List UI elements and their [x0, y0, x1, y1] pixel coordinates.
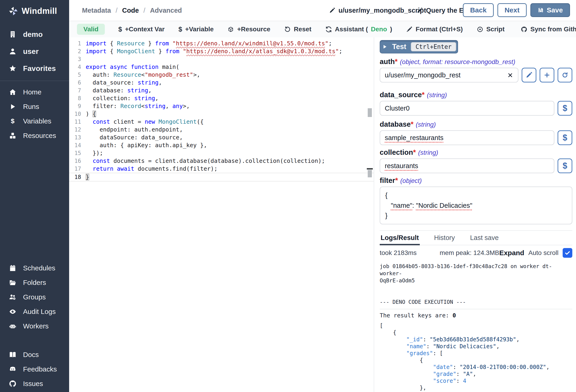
code-line[interactable]: 18}	[69, 173, 374, 181]
code-editor[interactable]: 1import { Resource } from "https://deno.…	[69, 37, 374, 392]
sidebar-item-demo[interactable]: demo	[0, 26, 69, 43]
sidebar-item-feedbacks[interactable]: Feedbacks	[0, 362, 69, 376]
refresh-icon	[561, 72, 568, 79]
sidebar-item-label: Groups	[23, 293, 46, 301]
sidebar-item-workers[interactable]: Workers	[0, 319, 69, 333]
sidebar-item-resources[interactable]: Resources	[0, 128, 69, 143]
auth-field-meta: (object, format: resource-mongodb_rest)	[400, 58, 516, 66]
result-line: "grades": [	[380, 350, 572, 357]
sidebar-item-audit-logs[interactable]: Audit Logs	[0, 304, 69, 319]
windmill-logo[interactable]: Windmill	[0, 0, 69, 16]
add-resource-quick-button[interactable]	[540, 68, 554, 83]
assistant-button[interactable]: Assistant (Deno)	[318, 26, 399, 33]
code-line[interactable]: 6 data_source: string,	[69, 79, 374, 86]
clear-icon[interactable]	[507, 72, 513, 78]
code-line[interactable]: 3	[69, 55, 374, 63]
sidebar-item-docs[interactable]: Docs	[0, 347, 69, 362]
code-line[interactable]: 9 filter: Record<string, any>,	[69, 102, 374, 110]
sync-github-button[interactable]: Sync from Github	[514, 26, 576, 33]
auth-field-row: u/user/my_mongodb_rest	[380, 68, 572, 83]
result-line: "date": "2014-08-21T00:00:00.000Z",	[380, 364, 572, 371]
took-duration: took 2183ms	[380, 249, 417, 256]
refresh-cw-icon	[325, 26, 332, 33]
filter-json-input[interactable]: { "name": "Nordic Delicacies"}	[380, 187, 572, 224]
autoscroll-checkbox[interactable]	[563, 248, 572, 258]
insert-variable-button[interactable]: $	[558, 130, 572, 145]
line-number: 2	[69, 47, 81, 55]
mem-peak: mem peak: 124.3MB	[440, 249, 499, 256]
code-line[interactable]: 15 });	[69, 149, 374, 157]
back-button[interactable]: Back	[463, 3, 494, 17]
format-pen-icon	[406, 26, 413, 33]
line-number: 3	[69, 55, 81, 63]
breadcrumb-metadata[interactable]: Metadata	[82, 7, 111, 14]
save-button[interactable]: Save	[530, 3, 570, 17]
code-line[interactable]: 14 auth: { apiKey: auth.api_key },	[69, 141, 374, 149]
code-line[interactable]: 1import { Resource } from "https://deno.…	[69, 40, 374, 47]
test-button[interactable]: Test Ctrl+Enter	[380, 40, 458, 54]
tab-logs-result[interactable]: Logs/Result	[380, 231, 420, 245]
code-line[interactable]: 8 collection: string,	[69, 94, 374, 102]
breadcrumb-separator: /	[144, 6, 145, 14]
sidebar-item-issues[interactable]: Issues	[0, 376, 69, 391]
sidebar-item-runs[interactable]: Runs	[0, 99, 69, 114]
breadcrumb-code[interactable]: Code	[122, 7, 139, 14]
filter-json-line: {	[385, 190, 567, 200]
code-line[interactable]: 11 const client = new MongoClient({	[69, 118, 374, 126]
script-kind-button[interactable]: Script	[470, 26, 512, 33]
format-button[interactable]: Format (Ctrl+S)	[399, 26, 470, 33]
code-line[interactable]: 5 auth: Resource<"mongodb_rest">,	[69, 71, 374, 79]
result-line: {	[380, 357, 572, 364]
database-input[interactable]: sample_restaurants	[380, 130, 554, 145]
refresh-resource-button[interactable]	[558, 68, 572, 83]
script-path[interactable]: u/user/my_mongodb_script	[329, 0, 426, 21]
line-number: 1	[69, 40, 81, 47]
editor-scrollbar-thumb[interactable]	[368, 108, 372, 117]
sidebar-item-home[interactable]: Home	[0, 85, 69, 99]
expand-button[interactable]: Expand	[499, 249, 524, 257]
dollar-icon: $	[118, 26, 122, 33]
tab-history[interactable]: History	[433, 231, 456, 245]
auth-field-label: auth* (object, format: resource-mongodb_…	[380, 57, 572, 66]
code-line[interactable]: 17 return await documents.find(filter);	[69, 165, 374, 173]
edit-resource-button[interactable]	[522, 68, 536, 83]
add-resource-button[interactable]: +Resource	[221, 26, 277, 33]
reset-button[interactable]: Reset	[277, 26, 318, 33]
code-line[interactable]: 10) {	[69, 110, 374, 118]
insert-variable-button[interactable]: $	[558, 101, 572, 116]
add-context-var-button[interactable]: $ +Context Var	[111, 26, 172, 33]
line-number: 6	[69, 79, 81, 86]
add-variable-button[interactable]: $ +Variable	[172, 26, 221, 33]
line-number: 11	[69, 118, 81, 126]
sidebar-item-label: Variables	[23, 117, 51, 125]
sidebar-item-favorites[interactable]: Favorites	[0, 60, 69, 77]
result-tabs: Logs/Result History Last save	[380, 230, 572, 245]
code-line[interactable]: 2import { MongoClient } from "https://de…	[69, 47, 374, 55]
sidebar-item-label: Audit Logs	[23, 308, 56, 315]
collection-input[interactable]: restaurants	[380, 158, 554, 173]
auth-resource-input[interactable]: u/user/my_mongodb_rest	[380, 68, 518, 83]
sidebar-item-label: demo	[23, 30, 43, 39]
data-source-value: Cluster0	[385, 105, 410, 112]
toolbar-right: Script Sync from Github	[470, 26, 576, 33]
autoscroll-label: Auto scroll	[528, 249, 558, 256]
sidebar-item-folders[interactable]: Folders	[0, 275, 69, 290]
test-shortcut-kbd: Ctrl+Enter	[411, 42, 456, 51]
code-line[interactable]: 16 const documents = client.database(dat…	[69, 157, 374, 165]
insert-variable-button[interactable]: $	[558, 158, 572, 173]
sidebar-item-variables[interactable]: $Variables	[0, 114, 69, 128]
breadcrumb-advanced[interactable]: Advanced	[150, 7, 182, 14]
result-line: The result keys are: 0	[380, 312, 572, 319]
sidebar-item-schedules[interactable]: Schedules	[0, 261, 69, 275]
data-source-input[interactable]: Cluster0	[380, 101, 554, 116]
editor-scrollbar-thumb[interactable]	[368, 170, 372, 177]
code-line[interactable]: 7 database: string,	[69, 86, 374, 94]
topbar: Metadata / Code / Advanced u/user/my_mon…	[69, 0, 576, 21]
code-line[interactable]: 13 dataSource: data_source,	[69, 134, 374, 141]
code-line[interactable]: 4export async function main(	[69, 63, 374, 71]
sidebar-item-groups[interactable]: Groups	[0, 290, 69, 304]
tab-last-save[interactable]: Last save	[469, 231, 499, 245]
sidebar-item-user[interactable]: user	[0, 43, 69, 60]
code-line[interactable]: 12 endpoint: auth.endpoint,	[69, 126, 374, 134]
next-button[interactable]: Next	[497, 3, 527, 17]
